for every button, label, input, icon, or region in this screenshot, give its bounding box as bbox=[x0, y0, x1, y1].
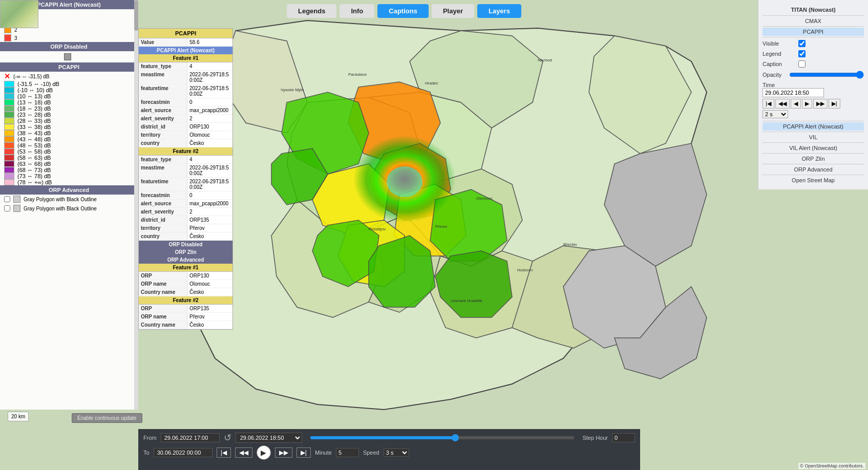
orp-advanced-layer-item[interactable]: ORP Advanced bbox=[763, 165, 864, 174]
left-panel-scrollbar[interactable] bbox=[134, 0, 138, 410]
opacity-slider[interactable] bbox=[789, 71, 864, 79]
grad-label-5: (23 ↔ 28) dB bbox=[17, 112, 51, 118]
nav-layers-button[interactable]: Layers bbox=[477, 4, 521, 18]
pcappi-grad-11: (53 ↔ 58) dB bbox=[0, 148, 138, 155]
player-next-step-btn[interactable]: ▶ bbox=[802, 99, 812, 109]
info-orp-adv-f1-country-val: Česko bbox=[187, 288, 232, 296]
info-f1-alert-source: alert_source max_pcappi2000 bbox=[139, 106, 232, 115]
grad-color-15 bbox=[4, 173, 14, 179]
gray-polygon-checkbox-2[interactable] bbox=[4, 205, 10, 211]
nav-captions-button[interactable]: Captions bbox=[377, 4, 429, 18]
alert-label-3: 3 bbox=[14, 35, 17, 41]
grad-label-0: (-31.5 ↔ -10) dB bbox=[17, 81, 59, 87]
gray-polygon-item-1: Gray Polygon with Black Outline bbox=[0, 195, 138, 204]
svg-text:Olomouc: Olomouc bbox=[476, 196, 493, 201]
info-f1-featuretime-val: 2022-06-29T18:50:00Z bbox=[187, 84, 232, 98]
pcappi-nodata-item: ✕ (-∞ ↔ -31.5) dB bbox=[0, 72, 138, 81]
refresh-icon[interactable]: ↺ bbox=[224, 432, 231, 443]
pcappi-grad-1: (-10 ↔ 10) dB bbox=[0, 87, 138, 93]
right-divider-7 bbox=[763, 153, 864, 154]
caption-row: Caption bbox=[763, 59, 864, 69]
minute-input[interactable] bbox=[336, 448, 359, 457]
legend-checkbox[interactable] bbox=[798, 50, 806, 57]
info-f2-territory-val: Přerov bbox=[187, 224, 232, 232]
visible-checkbox[interactable] bbox=[798, 40, 806, 47]
top-navigation: Legends Info Captions Player Layers bbox=[287, 4, 521, 18]
info-f1-alert-severity-label: alert_severity bbox=[139, 115, 187, 122]
svg-text:Hradec: Hradec bbox=[425, 81, 438, 86]
info-f2-featuretime-val: 2022-06-29T18:50:00Z bbox=[187, 178, 232, 191]
info-f2-feature-type-val: 4 bbox=[187, 156, 232, 163]
info-f2-alert-source: alert_source max_pcappi2000 bbox=[139, 200, 232, 208]
info-f2-alert-source-val: max_pcappi2000 bbox=[187, 200, 232, 207]
from-time-input[interactable] bbox=[161, 433, 220, 442]
grad-color-16 bbox=[4, 179, 14, 185]
grad-label-8: (38 ↔ 43) dB bbox=[17, 130, 51, 136]
info-f1-forecastmin: forecastmin 0 bbox=[139, 98, 232, 106]
info-f2-feature-type: feature_type 4 bbox=[139, 156, 232, 164]
step-hour-input[interactable] bbox=[612, 433, 635, 442]
info-f2-district-id-label: district_id bbox=[139, 216, 187, 224]
info-f1-alert-severity-val: 2 bbox=[187, 115, 232, 122]
playback-next-btn[interactable]: ▶▶ bbox=[275, 447, 292, 458]
info-f1-territory-val: Olomouc bbox=[187, 131, 232, 139]
to-label: To bbox=[143, 450, 150, 456]
info-f2-feature-type-label: feature_type bbox=[139, 156, 187, 163]
pcappi-layer-item[interactable]: PCAPPI bbox=[763, 28, 864, 36]
info-orp-zlin-header: ORP Zlín bbox=[139, 248, 232, 256]
pcappi-grad-4: (18 ↔ 23) dB bbox=[0, 105, 138, 112]
caption-checkbox[interactable] bbox=[798, 60, 806, 68]
grad-label-3: (13 ↔ 18) dB bbox=[17, 99, 51, 105]
playback-first-btn[interactable]: |◀ bbox=[217, 447, 231, 458]
gray-polygon-checkbox-1[interactable] bbox=[4, 196, 10, 202]
info-f1-feature-type-label: feature_type bbox=[139, 62, 187, 70]
grad-color-12 bbox=[4, 155, 14, 161]
info-orp-adv-f2-orp-val: ORP135 bbox=[187, 305, 232, 312]
vil-layer-item[interactable]: VIL bbox=[763, 133, 864, 141]
time-input[interactable] bbox=[763, 88, 824, 97]
playback-last-btn[interactable]: ▶| bbox=[297, 447, 311, 458]
speed-select[interactable]: 1 s 2 s 3 s 5 s bbox=[763, 110, 788, 118]
grad-color-11 bbox=[4, 148, 14, 155]
info-f1-meastime-label: meastime bbox=[139, 71, 187, 84]
scrollbar-thumb[interactable] bbox=[134, 0, 138, 31]
player-next-btn[interactable]: ▶▶ bbox=[813, 99, 828, 109]
opacity-row: Opacity bbox=[763, 69, 864, 80]
cmax-layer-item[interactable]: CMAX bbox=[763, 17, 864, 25]
right-divider-6 bbox=[763, 142, 864, 143]
player-last-btn[interactable]: ▶| bbox=[829, 99, 840, 109]
player-prev-btn[interactable]: ◀◀ bbox=[775, 99, 790, 109]
enable-update-button[interactable]: Enable continuous update bbox=[72, 413, 142, 423]
grad-color-10 bbox=[4, 142, 14, 148]
to-time-input[interactable] bbox=[154, 448, 213, 457]
svg-text:Přerov: Přerov bbox=[435, 224, 448, 229]
timeline-handle[interactable] bbox=[452, 434, 459, 441]
player-prev-step-btn[interactable]: ◀ bbox=[791, 99, 801, 109]
grad-color-4 bbox=[4, 105, 14, 112]
nav-player-button[interactable]: Player bbox=[432, 4, 474, 18]
gray-polygon-label-1: Gray Polygon with Black Outline bbox=[24, 197, 97, 202]
playback-play-btn[interactable]: ▶ bbox=[257, 445, 271, 460]
nav-info-button[interactable]: Info bbox=[340, 4, 374, 18]
orp-zlin-layer-item[interactable]: ORP Zlín bbox=[763, 155, 864, 163]
player-first-btn[interactable]: |◀ bbox=[763, 99, 774, 109]
left-legend-panel: PCAPPI Alert (Nowcast) 0 1 2 3 ORP Disab… bbox=[0, 0, 138, 410]
timeline-bar[interactable] bbox=[310, 436, 575, 439]
right-divider-4 bbox=[763, 121, 864, 121]
pcappi-grad-10: (48 ↔ 53) dB bbox=[0, 142, 138, 148]
pcappi-grad-9: (43 ↔ 48) dB bbox=[0, 136, 138, 142]
pcappi-grad-13: (63 ↔ 68) dB bbox=[0, 161, 138, 167]
speed-select-bottom[interactable]: 1 s 2 s 3 s 5 s bbox=[384, 448, 409, 457]
info-f2-country-val: Česko bbox=[187, 232, 232, 240]
current-time-select[interactable]: 29.06.2022 18:50 bbox=[236, 433, 302, 443]
pcappi-alert-layer-item[interactable]: PCAPPI Alert (Nowcast) bbox=[763, 122, 864, 131]
vil-alert-layer-item[interactable]: VIL Alert (Nowcast) bbox=[763, 144, 864, 152]
info-f2-featuretime: featuretime 2022-06-29T18:50:00Z bbox=[139, 178, 232, 191]
grad-color-3 bbox=[4, 99, 14, 105]
nav-legends-button[interactable]: Legends bbox=[287, 4, 336, 18]
grad-label-15: (73 ↔ 78) dB bbox=[17, 173, 51, 179]
osm-layer-item[interactable]: Open Street Map bbox=[763, 176, 864, 184]
playback-prev-btn[interactable]: ◀◀ bbox=[235, 447, 252, 458]
orp-disabled-box bbox=[0, 51, 138, 62]
info-f2-territory-label: territory bbox=[139, 224, 187, 232]
